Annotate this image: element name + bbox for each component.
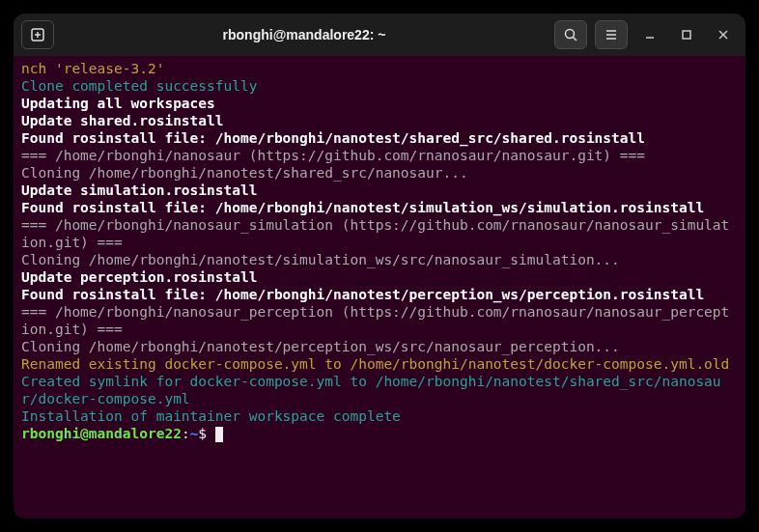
terminal-line: === /home/rbonghi/nanosaur_simulation (h… — [21, 216, 738, 251]
new-tab-icon — [30, 27, 45, 42]
maximize-icon — [680, 28, 693, 42]
terminal-line: Update shared.rosinstall — [21, 112, 738, 129]
close-icon — [717, 28, 730, 42]
terminal-line: Clone completed successfully — [21, 77, 738, 95]
terminal-line: Updating all workspaces — [21, 95, 738, 112]
cursor — [215, 427, 223, 442]
terminal-line: === /home/rbonghi/nanosaur (https://gith… — [21, 147, 738, 164]
terminal-line: Cloning /home/rbonghi/nanotest/shared_sr… — [21, 164, 738, 182]
prompt-sep: : — [182, 426, 190, 441]
terminal-line: Renamed existing docker-compose.yml to /… — [21, 355, 738, 373]
maximize-button[interactable] — [672, 20, 701, 49]
terminal-line: Found rosinstall file: /home/rbonghi/nan… — [21, 286, 738, 303]
terminal-line: Found rosinstall file: /home/rbonghi/nan… — [21, 199, 738, 216]
terminal-window: rbonghi@mandalore22: ~ nch 'release-3.2'… — [14, 14, 745, 518]
terminal-line: Found rosinstall file: /home/rbonghi/nan… — [21, 129, 738, 147]
titlebar-controls — [554, 20, 738, 49]
terminal-line: Update simulation.rosinstall — [21, 182, 738, 199]
prompt-symbol: $ — [198, 426, 214, 441]
terminal-line: Update perception.rosinstall — [21, 268, 738, 286]
minimize-button[interactable] — [635, 20, 664, 49]
search-button[interactable] — [554, 20, 587, 49]
prompt-user-host: rbonghi@mandalore22 — [21, 426, 182, 441]
titlebar: rbonghi@mandalore22: ~ — [14, 14, 745, 56]
minimize-icon — [643, 28, 657, 42]
terminal-line: === /home/rbonghi/nanosaur_perception (h… — [21, 303, 738, 338]
terminal-line: Installation of maintainer workspace com… — [21, 407, 738, 425]
hamburger-icon — [604, 27, 619, 42]
window-title: rbonghi@mandalore22: ~ — [62, 27, 547, 42]
svg-point-3 — [566, 30, 575, 39]
terminal-line: nch 'release-3.2' — [21, 60, 738, 77]
svg-line-4 — [574, 38, 577, 42]
terminal-body[interactable]: nch 'release-3.2'Clone completed success… — [14, 56, 745, 518]
terminal-line: Cloning /home/rbonghi/nanotest/perceptio… — [21, 338, 738, 355]
close-button[interactable] — [709, 20, 738, 49]
terminal-line: Created symlink for docker-compose.yml t… — [21, 373, 738, 407]
new-tab-button[interactable] — [21, 20, 54, 49]
menu-button[interactable] — [595, 20, 628, 49]
search-icon — [563, 27, 578, 42]
terminal-line: Cloning /home/rbonghi/nanotest/simulatio… — [21, 251, 738, 268]
svg-rect-9 — [683, 31, 690, 39]
terminal-prompt: rbonghi@mandalore22:~$ — [21, 425, 738, 442]
